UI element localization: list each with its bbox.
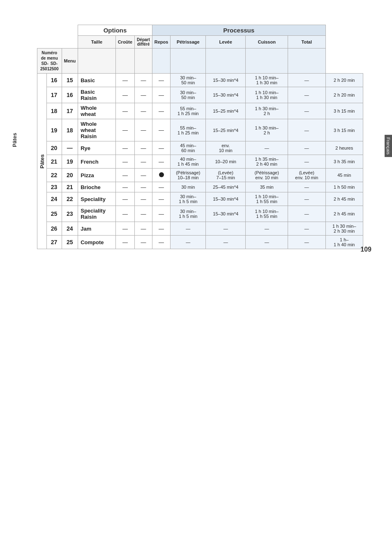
menu-num2: 16 [62,87,78,103]
cuisson-cell: — [288,192,325,206]
croute-cell: — [135,103,152,119]
petrissage-cell: (Levée) 7–15 min [206,169,246,182]
cuisson-cell: — [288,119,325,141]
croute-cell: — [135,87,152,103]
levee-cell: 1 h 10 min– 1 h 30 min [246,74,288,87]
cuisson-cell: — [288,206,325,222]
menu-name: Speciality [78,192,115,206]
depart-cell: — [152,192,171,206]
taille-cell: — [115,155,134,169]
col-taille: Taille [78,36,115,49]
menu-num1: 26 [46,222,62,236]
petrissage-cell: 15–25 min*4 [206,119,246,141]
croute-cell: — [135,119,152,141]
levee-cell: 1 h 10 min– 1 h 55 min [246,192,288,206]
levee-cell: 1 h 10 min– 1 h 55 min [246,206,288,222]
depart-cell: — [152,87,171,103]
repos-cell: 30 min– 1 h 5 min [171,192,206,206]
menu-name: Brioche [78,182,115,192]
petrissage-cell: 25–45 min*4 [206,182,246,192]
repos-cell: 30 min– 50 min [171,74,206,87]
menu-num2: 23 [62,206,78,222]
numero-menu-header: Numéro de menuSD-2501SD-2500 [37,49,62,74]
francais-tab-container: Français [385,135,392,157]
petrissage-cell: 15–25 min*4 [206,103,246,119]
taille-cell: — [115,103,134,119]
petrissage-cell: 15–30 min*4 [206,192,246,206]
repos-cell: 45 min– 60 min [171,141,206,155]
levee-cell: 1 h 35 min– 2 h 40 min [246,155,288,169]
menu-num1: 17 [46,87,62,103]
menu-num1: 21 [46,155,62,169]
depart-cell: — [152,155,171,169]
pates-cell: Pâtes [37,74,47,249]
total-cell: 2 h 20 min [325,74,363,87]
croute-cell: — [135,169,152,182]
cuisson-cell: — [288,103,325,119]
taille-cell: — [115,87,134,103]
total-cell: 1 h– 1 h 40 min [325,236,363,249]
taille-cell: — [115,119,134,141]
francais-tab: Français [385,135,392,157]
depart-dot [159,172,164,177]
page-number: 109 [360,246,371,253]
repos-cell: 30 min [171,182,206,192]
cuisson-cell: (Levée) env. 10 min [288,169,325,182]
menu-num2: 21 [62,182,78,192]
taille-cell: — [115,169,134,182]
croute-cell: — [135,206,152,222]
croute-cell: — [135,192,152,206]
total-cell: 2 h 20 min [325,87,363,103]
menu-num1: 22 [46,169,62,182]
petrissage-cell: 15–30 min*4 [206,206,246,222]
croute-cell: — [135,222,152,236]
menu-num1: 19 [46,119,62,141]
cuisson-cell: — [288,222,325,236]
levee-cell: 1 h 10 min– 1 h 30 min [246,87,288,103]
processus-header: Processus [152,25,325,36]
cuisson-cell: — [288,141,325,155]
levee-cell: 1 h 30 min– 2 h [246,119,288,141]
depart-cell: — [152,103,171,119]
cuisson-cell: — [288,182,325,192]
croute-cell: — [135,182,152,192]
taille-cell: — [115,236,134,249]
menu-num1: 23 [46,182,62,192]
total-cell: 3 h 35 min [325,155,363,169]
menu-num2: 19 [62,155,78,169]
repos-cell: — [171,236,206,249]
depart-cell: — [152,119,171,141]
depart-cell: — [152,236,171,249]
taille-cell: — [115,74,134,87]
menu-num1: 24 [46,192,62,206]
cuisson-cell: — [288,87,325,103]
levee-cell: — [246,236,288,249]
menu-name: Jam [78,222,115,236]
total-cell: 1 h 50 min [325,182,363,192]
total-cell: 2 heures [325,141,363,155]
taille-cell: — [115,141,134,155]
menu-num1: 25 [46,206,62,222]
col-petrissage: Pétrissage [171,36,206,49]
taille-cell: — [115,192,134,206]
col-depart: Départ différé [135,36,152,49]
menu-name: Pizza [78,169,115,182]
main-table: Options Processus Taille Croûte Départ d… [37,25,363,249]
cuisson-cell: — [288,155,325,169]
croute-cell: — [135,141,152,155]
levee-cell: 35 min [246,182,288,192]
levee-cell: — [246,141,288,155]
croute-cell: — [135,155,152,169]
petrissage-cell: 10–20 min [206,155,246,169]
col-croute: Croûte [115,36,134,49]
petrissage-cell: — [206,222,246,236]
menu-num2: 15 [62,74,78,87]
col-total: Total [288,36,325,49]
repos-cell: 40 min– 1 h 45 min [171,155,206,169]
taille-cell: — [115,182,134,192]
menu-name: French [78,155,115,169]
cuisson-cell: — [288,74,325,87]
croute-cell: — [135,236,152,249]
menu-num2: 20 [62,169,78,182]
menu-name: Rye [78,141,115,155]
